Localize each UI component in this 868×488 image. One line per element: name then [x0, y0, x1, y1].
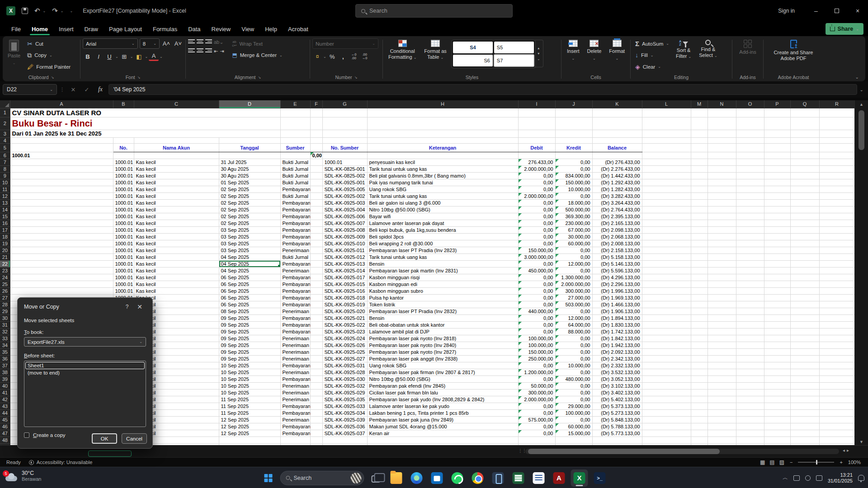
row-header-20[interactable]: 20: [0, 247, 10, 253]
notification-bell-icon[interactable]: [858, 475, 864, 481]
cell-H27[interactable]: Pulsa hp kantor: [367, 294, 518, 301]
cell-R2[interactable]: [819, 117, 854, 130]
cell-K13[interactable]: (Dr) 3.264.433,00: [592, 199, 642, 206]
cell-N4[interactable]: [708, 137, 736, 143]
cell-J18[interactable]: 30.000,00: [555, 233, 592, 240]
align-bottom-icon[interactable]: [205, 39, 212, 45]
cell-H32[interactable]: Lalamove ambil plat di DJP: [367, 328, 518, 335]
cell-F39[interactable]: [310, 375, 322, 382]
column-header-Q[interactable]: Q: [790, 100, 819, 108]
cell-K43[interactable]: (Dr) 5.373.133,00: [592, 403, 642, 409]
cell-O36[interactable]: [736, 355, 764, 362]
cell-B11[interactable]: 1000.01: [113, 186, 134, 192]
cell-F32[interactable]: [310, 328, 322, 335]
cell-F26[interactable]: [310, 287, 322, 294]
cell-M36[interactable]: [691, 355, 708, 362]
zoom-out-icon[interactable]: −: [790, 460, 793, 465]
cell-R34[interactable]: [819, 342, 854, 348]
cell-D6[interactable]: [219, 152, 280, 159]
zoom-slider[interactable]: [798, 462, 834, 463]
cell-L4[interactable]: [642, 137, 691, 143]
cell-E27[interactable]: Pembayaran: [280, 294, 310, 301]
cell-K34[interactable]: (Dr) 1.942.133,00: [592, 342, 642, 348]
cell-Q10[interactable]: [790, 179, 819, 186]
cell-H6[interactable]: [367, 152, 518, 159]
cell-D27[interactable]: 06 Sep 2025: [219, 294, 280, 301]
column-header-C[interactable]: C: [134, 100, 219, 108]
cell-N8[interactable]: [708, 165, 736, 172]
chrome-icon[interactable]: [469, 469, 486, 487]
row-header-37[interactable]: 37: [0, 362, 10, 369]
cell-K41[interactable]: (Dr) 3.402.133,00: [592, 389, 642, 396]
cell-H11[interactable]: Uang rokok SBG: [367, 186, 518, 192]
cell-A4[interactable]: [10, 137, 113, 143]
cell-N28[interactable]: [708, 301, 736, 308]
cell-F23[interactable]: [310, 267, 322, 274]
cell-B7[interactable]: 1000.01: [113, 159, 134, 165]
cell-H38[interactable]: Pembayaran laser pak firman (Inv 2807 & …: [367, 369, 518, 375]
cell-H25[interactable]: Kasbon mingguan edi: [367, 281, 518, 287]
cell-J6[interactable]: [555, 152, 592, 159]
clipboard-dialog-launcher-icon[interactable]: ↘: [51, 75, 54, 80]
cell-N25[interactable]: [708, 281, 736, 287]
cancel-button[interactable]: Cancel: [122, 433, 147, 444]
start-button[interactable]: [260, 469, 277, 487]
cell-M30[interactable]: [691, 314, 708, 321]
cell-B13[interactable]: 1000.01: [113, 199, 134, 206]
edge-icon[interactable]: [408, 469, 425, 487]
cell-J34[interactable]: 0,00: [555, 342, 592, 348]
cell-G32[interactable]: SDL-KK-0925-023: [322, 328, 367, 335]
cell-I27[interactable]: 0,00: [518, 294, 555, 301]
cell-P23[interactable]: [764, 267, 790, 274]
cell-C18[interactable]: Kas kecil: [134, 233, 219, 240]
cell-A10[interactable]: [10, 179, 113, 186]
cell-G18[interactable]: SDL-KK-0925-009: [322, 233, 367, 240]
cell-Q28[interactable]: [790, 301, 819, 308]
italic-button[interactable]: I: [94, 52, 104, 61]
cell-P22[interactable]: [764, 260, 790, 267]
cell-I22[interactable]: 0,00: [518, 260, 555, 267]
cell-P26[interactable]: [764, 287, 790, 294]
wrap-text-button[interactable]: abc↩Wrap Text: [230, 38, 284, 49]
row-header-29[interactable]: 29: [0, 308, 10, 314]
cell-E44[interactable]: Pembayaran: [280, 409, 310, 416]
cell-J1[interactable]: [555, 108, 592, 117]
cell-K6[interactable]: [592, 152, 642, 159]
cell-M3[interactable]: [691, 130, 708, 137]
cell-Q32[interactable]: [790, 328, 819, 335]
cell-M20[interactable]: [691, 247, 708, 253]
accessibility-status[interactable]: Accessibility: Unavailable: [37, 460, 93, 465]
row-header-43[interactable]: 43: [0, 403, 10, 409]
cell-O43[interactable]: [736, 403, 764, 409]
cell-I47[interactable]: 0,00: [518, 430, 555, 436]
cell-O14[interactable]: [736, 206, 764, 213]
cell-H3[interactable]: [367, 130, 518, 137]
create-share-pdf-button[interactable]: Create and ShareAdobe PDF: [771, 38, 816, 63]
fill-color-dropdown-icon[interactable]: ⌄: [145, 55, 148, 59]
accounting-format-icon[interactable]: ¤: [312, 52, 322, 61]
cell-F17[interactable]: [310, 226, 322, 233]
cell-K3[interactable]: [592, 130, 642, 137]
cell-I10[interactable]: 0,00: [518, 179, 555, 186]
cell-N6[interactable]: [708, 152, 736, 159]
cell-P25[interactable]: [764, 281, 790, 287]
cell-M8[interactable]: [691, 165, 708, 172]
cell-R28[interactable]: [819, 301, 854, 308]
cell-N18[interactable]: [708, 233, 736, 240]
cell-M39[interactable]: [691, 375, 708, 382]
cell-style-s4[interactable]: S4: [453, 42, 493, 53]
cell-H46[interactable]: Makan jumat SDL 4orang @15.000: [367, 423, 518, 430]
cell-K20[interactable]: (Dr) 2.158.133,00: [592, 247, 642, 253]
cell-O5[interactable]: [736, 143, 764, 152]
cell-K42[interactable]: (Dr) 5.402.133,00: [592, 396, 642, 403]
align-left-icon[interactable]: [188, 48, 195, 54]
cell-N32[interactable]: [708, 328, 736, 335]
cell-D8[interactable]: 30 Agu 2025: [219, 165, 280, 172]
cell-D48[interactable]: [219, 436, 280, 443]
cell-D45[interactable]: 12 Sep 2025: [219, 416, 280, 423]
cell-M9[interactable]: [691, 172, 708, 179]
cell-P3[interactable]: [764, 130, 790, 137]
decrease-indent-icon[interactable]: ⇤: [214, 48, 218, 54]
cell-R35[interactable]: [819, 348, 854, 355]
cell-M41[interactable]: [691, 389, 708, 396]
